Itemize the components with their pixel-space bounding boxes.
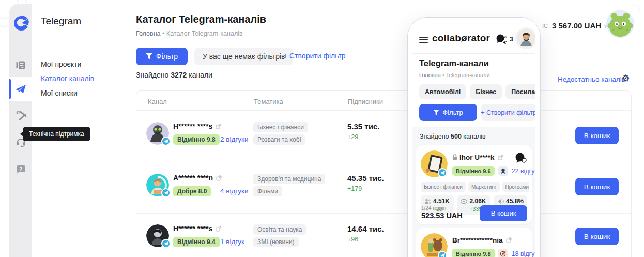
sidebar-item-faq-icon[interactable]: ? — [9, 157, 32, 181]
reviews-link[interactable]: 18 відгуків — [512, 250, 535, 257]
sidebar-brand: Telegram — [41, 16, 81, 27]
er-icon — [497, 199, 504, 204]
rating-badge: Добре 8.0 — [173, 186, 211, 196]
telegram-badge-icon — [161, 137, 171, 146]
insufficient-channels-link[interactable]: Недостатньо каналів? — [558, 75, 630, 83]
channel-card[interactable]: Br************nia Відмінно 9.8 18 відгук… — [416, 228, 532, 257]
category-chip[interactable]: Бізнес — [470, 84, 502, 99]
phone-breadcrumb-home[interactable]: Головна — [419, 72, 441, 78]
create-filter-link[interactable]: + Створити фільтр — [283, 52, 346, 60]
breadcrumb: Головна • Каталог Telegram-каналів — [136, 30, 243, 37]
no-filters-pill: У вас ще немає фільтрів — [194, 48, 293, 65]
reviews-link[interactable]: 1 відгук — [220, 238, 244, 246]
funnel-icon — [146, 53, 152, 59]
balance-dropdown[interactable]: 3 567.00 UAH▾ — [552, 21, 607, 30]
award-icon — [498, 166, 508, 176]
channel-name: Ihor U****k — [452, 154, 503, 162]
sidebar-item-telegram-catalog-icon[interactable] — [9, 77, 32, 101]
channel-card[interactable]: Ihor U****k Відмінно 9.6 — [416, 145, 532, 224]
external-link-icon[interactable] — [506, 237, 512, 245]
add-to-cart-button[interactable]: В кошик — [575, 178, 619, 195]
sidebar-item-channel-catalog[interactable]: Каталог каналів — [41, 74, 94, 83]
tools-icon — [16, 110, 26, 121]
sidebar-item-my-lists[interactable]: Мої списки — [41, 89, 78, 97]
topic-pill: Бізнес і фінанси — [253, 122, 308, 132]
chat-icon[interactable] — [495, 34, 507, 46]
sidebar-item-projects-icon[interactable] — [9, 53, 32, 77]
support-tooltip: Технічна підтримка — [23, 127, 90, 141]
subscribers-value: 5.35 тис. — [347, 122, 379, 131]
topic-pill: Програми (софт) — [502, 182, 530, 192]
channel-name: Br************nia — [452, 236, 512, 245]
phone-create-filter-button[interactable]: + Створити фільтр — [481, 104, 535, 121]
external-link-icon[interactable] — [216, 174, 222, 183]
views-icon — [461, 199, 467, 204]
telegram-badge-icon — [161, 188, 171, 198]
lock-icon — [452, 154, 457, 162]
rating-badge: Відмінно 9.8 — [452, 249, 495, 257]
subscribers-delta: +29 — [347, 133, 358, 141]
breadcrumb-separator: • — [162, 30, 164, 37]
topic-pill: Маркетинг — [468, 182, 500, 192]
filter-button[interactable]: Фільтр — [136, 48, 188, 65]
rating-badge: Відмінно 9.4 — [173, 237, 220, 247]
telegram-plane-icon — [15, 84, 26, 94]
target-icon — [498, 249, 508, 257]
add-to-cart-button[interactable]: В кошик — [575, 127, 619, 144]
add-to-cart-button[interactable]: В кошик — [575, 228, 619, 245]
subscribers-value: 45.35 тис. — [347, 174, 384, 183]
phone-filter-button[interactable]: Фільтр — [419, 104, 477, 121]
category-chip[interactable]: Автомобілі — [419, 84, 466, 99]
funnel-icon — [433, 110, 439, 115]
subscribers-icon — [424, 199, 431, 204]
column-header-subscribers: Підписники — [348, 98, 383, 105]
breadcrumb-home[interactable]: Головна — [136, 30, 161, 37]
user-avatar[interactable] — [605, 9, 635, 39]
phone-screen: collabørator 3 Telegram-кана — [412, 22, 535, 257]
collaborator-logo-icon[interactable] — [12, 14, 30, 32]
phone-breadcrumb-current: Telegram-канали — [446, 72, 490, 78]
channel-name: H****** ****s — [173, 122, 221, 131]
reviews-link[interactable]: 4 відгуки — [220, 187, 248, 195]
phone-found-count: Знайдено 500 каналів — [420, 133, 486, 140]
gear-icon[interactable]: ⚙ — [622, 73, 630, 83]
balance-value: 3 567.00 UAH — [552, 21, 601, 30]
channel-name: A****** ****n — [173, 174, 222, 183]
topic-pill: Розваги та хобі — [253, 134, 305, 145]
clipped-balance-label: ІС — [542, 23, 548, 29]
rating-badge: Відмінно 9.8 — [173, 134, 220, 145]
screenshot-stage: ? Telegram Мої проєкти Каталог каналів М… — [0, 0, 644, 257]
projects-feed-icon — [16, 60, 26, 70]
phone-page-title: Telegram-канали — [419, 58, 489, 68]
external-link-icon[interactable] — [216, 225, 221, 233]
topic-pill: Бізнес і фінанси — [421, 182, 466, 192]
breadcrumb-current: Каталог Telegram-каналів — [166, 30, 243, 37]
sidebar-item-my-projects[interactable]: Мої проєкти — [41, 60, 81, 68]
subscribers-delta: +179 — [347, 185, 362, 192]
found-count-value: 3272 — [171, 71, 187, 79]
filter-button-label: Фільтр — [156, 52, 178, 61]
subscribers-value: 14.64 тис. — [347, 224, 384, 233]
category-chip[interactable]: Посилання в США — [505, 84, 535, 99]
sidebar-item-tools-icon[interactable] — [9, 103, 32, 127]
message-icon[interactable] — [514, 153, 527, 165]
reviews-link[interactable]: 22 відгуки — [512, 168, 535, 175]
question-bubble-icon: ? — [16, 164, 26, 174]
topic-pill: Освіта та наука — [253, 224, 306, 235]
phone-breadcrumb: Головна • Telegram-канали — [419, 72, 490, 78]
phone-results-panel: Знайдено 500 каналів — [412, 127, 535, 257]
rating-badge: Відмінно 9.6 — [452, 166, 495, 176]
found-count: Знайдено 3272 канали — [136, 71, 212, 79]
telegram-badge-icon — [438, 168, 447, 177]
hamburger-menu-icon[interactable] — [419, 37, 428, 43]
svg-text:?: ? — [19, 166, 22, 172]
collaborator-wordmark: collabørator — [432, 33, 490, 44]
subscribers-delta: +96 — [347, 236, 358, 243]
add-to-cart-button[interactable]: В кошик — [480, 205, 527, 221]
phone-user-avatar[interactable] — [517, 29, 535, 48]
column-header-topic: Тематика — [254, 98, 283, 105]
external-link-icon[interactable] — [216, 123, 221, 131]
page-title: Каталог Telegram-каналів — [136, 13, 266, 25]
reviews-link[interactable]: 2 відгуки — [220, 135, 248, 143]
external-link-icon[interactable] — [498, 154, 503, 162]
